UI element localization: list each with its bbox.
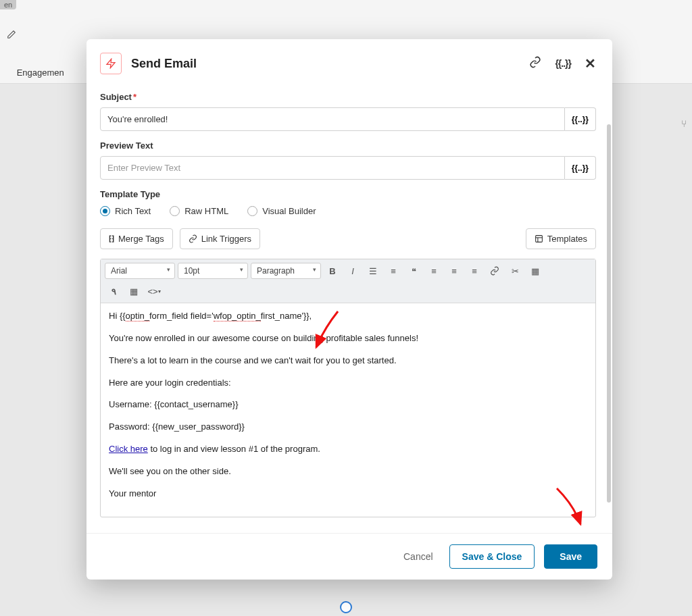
image-icon[interactable]: ▦ bbox=[526, 262, 544, 280]
editor-line: Hi {{optin_form_field field='wfop_optin_… bbox=[109, 310, 587, 323]
click-here-link[interactable]: Click here bbox=[109, 444, 148, 454]
subject-input[interactable] bbox=[100, 107, 565, 131]
blockquote-icon[interactable]: ❝ bbox=[405, 262, 422, 280]
template-type-radios: Rich Text Raw HTML Visual Builder bbox=[100, 206, 596, 216]
editor-line: Here are your login credentials: bbox=[109, 377, 587, 390]
align-left-icon[interactable]: ≡ bbox=[425, 262, 443, 280]
editor-line: There's a lot to learn in the course and… bbox=[109, 355, 587, 367]
svg-marker-0 bbox=[107, 59, 115, 68]
rich-text-editor: Arial 10pt Paragraph B I ☰ ≡ ❝ ≡ ≡ ≡ ✂ ▦ bbox=[100, 259, 596, 517]
editor-line: Your mentor bbox=[109, 488, 587, 500]
editor-body[interactable]: Hi {{optin_form_field field='wfop_optin_… bbox=[101, 303, 595, 517]
bold-icon[interactable]: B bbox=[324, 262, 341, 280]
modal-title: Send Email bbox=[131, 57, 529, 71]
scrollbar[interactable] bbox=[607, 124, 611, 503]
editor-line: Username: {{contact_username}} bbox=[109, 399, 587, 411]
paragraph-icon[interactable]: ۹ bbox=[105, 282, 122, 300]
modal-footer: Cancel Save & Close Save bbox=[86, 533, 612, 580]
lightning-icon bbox=[100, 53, 122, 74]
editor-toolbar: Arial 10pt Paragraph B I ☰ ≡ ❝ ≡ ≡ ≡ ✂ ▦ bbox=[101, 259, 595, 303]
bg-nav: cts Engagemen bbox=[0, 68, 64, 78]
close-icon[interactable]: ✕ bbox=[585, 55, 596, 72]
editor-line: Password: {{new_user_password}} bbox=[109, 421, 587, 434]
svg-rect-1 bbox=[535, 236, 542, 242]
modal-body: Subject* {{..}} Preview Text {{..}} Temp… bbox=[86, 84, 612, 533]
link-triggers-button[interactable]: Link Triggers bbox=[180, 228, 260, 249]
preview-merge-button[interactable]: {{..}} bbox=[565, 156, 596, 180]
pencil-icon[interactable] bbox=[7, 30, 16, 42]
split-icon[interactable]: ⑂ bbox=[681, 118, 687, 129]
italic-icon[interactable]: I bbox=[344, 262, 362, 280]
subject-merge-button[interactable]: {{..}} bbox=[565, 107, 596, 131]
preview-input[interactable] bbox=[100, 156, 565, 180]
keyboard-icon[interactable]: ▦ bbox=[125, 282, 143, 300]
block-select[interactable]: Paragraph bbox=[251, 263, 321, 279]
flow-node-circle[interactable] bbox=[340, 601, 352, 613]
radio-visual-builder[interactable]: Visual Builder bbox=[247, 206, 316, 216]
save-button[interactable]: Save bbox=[544, 544, 597, 569]
link-icon[interactable] bbox=[529, 56, 541, 71]
editor-line: You're now enrolled in our awesome cours… bbox=[109, 332, 587, 345]
merge-tags-button[interactable]: ⁅⁆Merge Tags bbox=[100, 228, 173, 249]
send-email-modal: Send Email {{..}} ✕ Subject* {{..}} Prev… bbox=[86, 39, 612, 580]
subject-label: Subject* bbox=[100, 92, 596, 102]
code-icon[interactable]: <>▾ bbox=[145, 282, 163, 300]
bg-nav-item[interactable]: Engagemen bbox=[17, 68, 64, 78]
save-close-button[interactable]: Save & Close bbox=[449, 544, 535, 569]
templates-button[interactable]: Templates bbox=[526, 228, 596, 249]
align-center-icon[interactable]: ≡ bbox=[445, 262, 463, 280]
preview-label: Preview Text bbox=[100, 140, 596, 151]
unlink-icon[interactable]: ✂ bbox=[506, 262, 524, 280]
number-list-icon[interactable]: ≡ bbox=[385, 262, 402, 280]
editor-line: We'll see you on the other side. bbox=[109, 465, 587, 478]
bullet-list-icon[interactable]: ☰ bbox=[364, 262, 382, 280]
bg-badge: en bbox=[0, 0, 16, 9]
merge-tags-icon[interactable]: {{..}} bbox=[555, 58, 571, 69]
align-right-icon[interactable]: ≡ bbox=[466, 262, 483, 280]
radio-raw-html[interactable]: Raw HTML bbox=[170, 206, 228, 216]
font-select[interactable]: Arial bbox=[105, 263, 175, 279]
size-select[interactable]: 10pt bbox=[178, 263, 248, 279]
link-tb-icon[interactable] bbox=[486, 262, 503, 280]
modal-header: Send Email {{..}} ✕ bbox=[86, 39, 612, 84]
cancel-button[interactable]: Cancel bbox=[397, 546, 440, 567]
radio-rich-text[interactable]: Rich Text bbox=[100, 206, 151, 216]
template-type-label: Template Type bbox=[100, 189, 596, 199]
editor-line: Click here to log in and view lesson #1 … bbox=[109, 443, 587, 456]
